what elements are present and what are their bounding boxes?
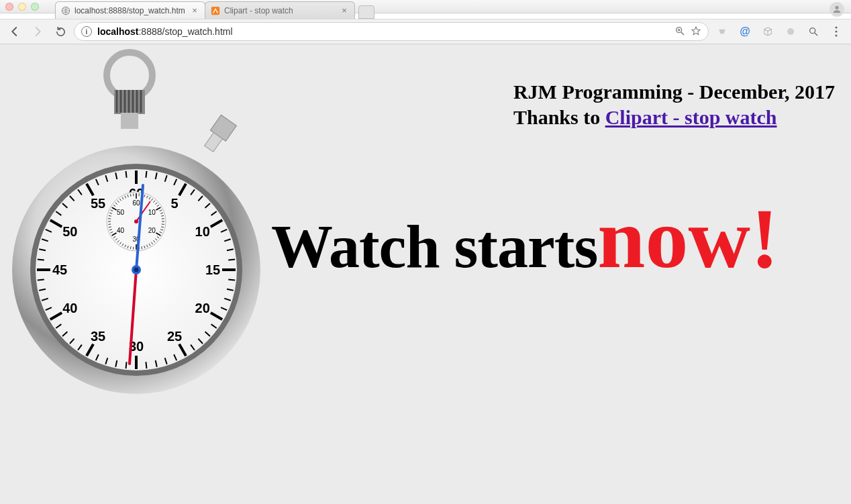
browser-toolbar: i localhost:8888/stop_watch.html @	[0, 19, 851, 44]
headline-black: Watch starts	[271, 211, 597, 282]
svg-line-59	[126, 362, 127, 368]
svg-line-42	[228, 260, 235, 260]
svg-point-10	[835, 26, 837, 28]
svg-line-57	[146, 362, 146, 368]
arrow-right-icon	[32, 26, 44, 38]
headline-red: now!	[597, 189, 779, 288]
extension-icon[interactable]	[713, 22, 732, 41]
stopwatch-image: 60510152025303540455055 601020304050	[12, 48, 260, 411]
address-bar[interactable]: i localhost:8888/stop_watch.html	[74, 22, 709, 41]
svg-rect-22	[121, 113, 138, 129]
window-close-button[interactable]	[5, 3, 13, 11]
svg-point-172	[134, 268, 139, 272]
svg-point-12	[835, 34, 837, 36]
credit-line1: RJM Programming - December, 2017	[513, 79, 835, 105]
tab-inactive[interactable]: Clipart - stop watch ×	[205, 1, 355, 19]
tab-strip: localhost:8888/stop_watch.htm × Clipart …	[55, 0, 374, 19]
tab-close-button[interactable]: ×	[340, 6, 349, 15]
clipart-favicon-icon	[211, 6, 220, 15]
back-button[interactable]	[5, 22, 24, 41]
credit-block: RJM Programming - December, 2017 Thanks …	[513, 79, 835, 130]
menu-button[interactable]	[827, 22, 846, 41]
svg-text:60: 60	[132, 199, 140, 207]
toolbar-right-icons: @	[713, 22, 846, 41]
svg-text:20: 20	[195, 301, 210, 315]
extension-cube-icon[interactable]	[758, 22, 777, 41]
reload-icon	[55, 26, 66, 38]
forward-button[interactable]	[28, 22, 47, 41]
bookmark-star-icon[interactable]	[691, 26, 701, 38]
svg-line-29	[146, 171, 146, 178]
svg-rect-2	[211, 6, 219, 14]
svg-text:40: 40	[62, 301, 77, 315]
extension-dot-icon[interactable]	[781, 22, 800, 41]
page-content: RJM Programming - December, 2017 Thanks …	[0, 44, 851, 504]
new-tab-button[interactable]	[358, 5, 374, 19]
reload-button[interactable]	[51, 22, 70, 41]
svg-point-0	[835, 6, 838, 9]
tab-active[interactable]: localhost:8888/stop_watch.htm ×	[55, 1, 205, 19]
svg-line-87	[126, 171, 127, 178]
credit-line2: Thanks to Clipart - stop watch	[513, 105, 835, 130]
svg-text:10: 10	[148, 209, 156, 216]
window-minimize-button[interactable]	[18, 3, 26, 11]
arrow-left-icon	[9, 26, 21, 38]
site-info-icon[interactable]: i	[81, 26, 92, 37]
tab-close-button[interactable]: ×	[190, 6, 199, 15]
globe-icon	[61, 6, 70, 15]
url-text: localhost:8888/stop_watch.html	[97, 26, 233, 37]
svg-line-72	[38, 279, 44, 280]
svg-line-74	[38, 260, 44, 260]
search-icon[interactable]	[804, 22, 823, 41]
svg-point-168	[134, 219, 138, 223]
svg-text:55: 55	[91, 196, 105, 211]
profile-avatar[interactable]	[830, 2, 844, 17]
svg-text:20: 20	[148, 227, 156, 234]
window-zoom-button[interactable]	[31, 3, 39, 11]
svg-text:25: 25	[167, 329, 182, 344]
svg-point-11	[835, 30, 837, 32]
credit-link[interactable]: Clipart - stop watch	[605, 106, 777, 128]
svg-text:5: 5	[170, 196, 178, 211]
tab-title: localhost:8888/stop_watch.htm	[74, 6, 186, 15]
extension-at-icon[interactable]: @	[736, 22, 754, 41]
user-icon	[832, 4, 842, 15]
svg-text:35: 35	[91, 329, 105, 344]
svg-line-9	[815, 33, 817, 36]
svg-text:10: 10	[195, 224, 210, 239]
svg-line-44	[228, 279, 235, 280]
svg-text:15: 15	[205, 262, 220, 277]
svg-line-4	[681, 32, 684, 35]
svg-point-7	[787, 28, 794, 35]
tab-title: Clipart - stop watch	[224, 6, 336, 15]
svg-point-8	[810, 28, 815, 34]
svg-text:50: 50	[62, 224, 77, 239]
zoom-icon[interactable]	[674, 26, 685, 38]
svg-text:40: 40	[117, 227, 125, 234]
svg-text:50: 50	[117, 209, 125, 216]
svg-text:45: 45	[52, 262, 67, 277]
